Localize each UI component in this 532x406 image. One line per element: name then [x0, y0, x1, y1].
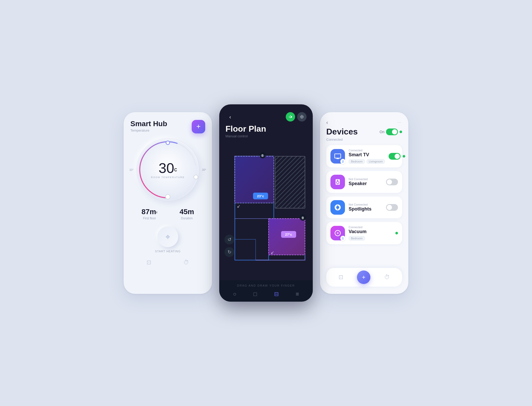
floor-plan-nav: ○ □ ⊟ ≡: [224, 291, 308, 297]
smart-hub-bottom-nav: ⊡ ⏱: [130, 256, 205, 266]
spotlights-toggle-area: [386, 204, 398, 211]
tv-icon: [334, 153, 341, 160]
svg-text:🗑: 🗑: [261, 154, 264, 157]
nav-circle-icon[interactable]: ○: [233, 291, 236, 297]
connected-label: Connected: [326, 138, 402, 141]
vacuum-info: Connected Vacuum Bedroom: [349, 226, 392, 241]
devices-nav-add[interactable]: +: [357, 270, 370, 284]
device-card-spotlights[interactable]: Not Connected Spotlights: [326, 197, 402, 218]
temp-value: 30: [158, 160, 174, 176]
svg-text:🗑: 🗑: [301, 216, 304, 220]
area-unit: ²: [156, 211, 157, 215]
vacuum-status: Connected: [349, 226, 392, 229]
stat-area: 87m² First floor: [142, 208, 157, 220]
vacuum-toggle-area: [395, 232, 398, 234]
vacuum-icon: [334, 229, 341, 237]
power-status-dot: [400, 131, 402, 133]
temp-marker-10: 10°: [129, 168, 134, 171]
svg-point-4: [165, 194, 170, 199]
floor-plan-canvas[interactable]: 🗑 23°c ↙ 🗑 27°c ↙: [219, 141, 313, 278]
smart-tv-name: Smart TV: [349, 152, 385, 158]
heat-control-button[interactable]: [286, 112, 295, 121]
smart-tv-icon-wrap: 2: [330, 149, 345, 164]
tag-livingroom: Livingroom: [367, 159, 385, 164]
main-power-toggle[interactable]: [386, 128, 398, 135]
stat-duration: 45m Duration: [179, 208, 194, 220]
smart-tv-status-dot: [403, 155, 405, 158]
nav-clock-icon[interactable]: ⏱: [183, 259, 189, 266]
temp-label: ROOM TEMPERATURE: [151, 176, 185, 179]
svg-rect-6: [275, 156, 305, 208]
svg-point-28: [337, 233, 338, 234]
thermostat[interactable]: 20° 10° 30°: [137, 139, 199, 201]
speaker-toggle-area: [386, 179, 398, 185]
svg-rect-25: [234, 156, 275, 156]
redo-button[interactable]: ↻: [224, 247, 234, 257]
devices-back-button[interactable]: ‹: [326, 119, 328, 125]
vacuum-badge: 1: [340, 236, 345, 241]
nav-grid-icon[interactable]: ⊟: [274, 291, 279, 297]
floor-plan-back-button[interactable]: ‹: [225, 112, 235, 121]
fingerprint-button[interactable]: ⌖: [157, 226, 178, 247]
spotlights-name: Spotlights: [349, 206, 382, 212]
speaker-info: Not Connected Speaker: [349, 178, 382, 186]
tag-bedroom-vacuum: Bedroom: [349, 236, 365, 241]
floor-plan-title-block: Floor Plan Manual control: [219, 124, 313, 138]
svg-point-3: [194, 175, 198, 179]
smart-hub-header: Smart Hub Temperature +: [130, 120, 205, 133]
floor-plan-controls: [286, 112, 307, 121]
undo-button[interactable]: ↺: [224, 235, 234, 245]
svg-text:23°c: 23°c: [257, 194, 264, 198]
vacuum-tags: Bedroom: [349, 236, 392, 241]
area-value: 87m: [142, 208, 156, 216]
tag-bedroom: Bedroom: [349, 159, 365, 164]
svg-text:27°c: 27°c: [285, 233, 292, 236]
duration-value: 45m: [179, 208, 194, 216]
svg-rect-24: [234, 156, 235, 204]
vacuum-status-dot: [395, 232, 398, 234]
speaker-name: Speaker: [349, 181, 382, 186]
devices-header: ‹ ⋯: [326, 119, 402, 125]
temp-unit: c: [174, 166, 177, 173]
smart-tv-toggle[interactable]: [389, 153, 401, 160]
spotlights-info: Not Connected Spotlights: [349, 203, 382, 212]
device-list: 2 Connected Smart TV Bedroom Livingroom: [326, 145, 402, 264]
floor-plan-bottom: DRAG AND DRAW YOUR FINGER ○ □ ⊟ ≡: [219, 280, 313, 302]
screens-container: Smart Hub Temperature + 20° 10° 30°: [124, 104, 408, 302]
nav-square-icon[interactable]: □: [254, 291, 257, 297]
add-button[interactable]: +: [192, 120, 205, 133]
device-card-smart-tv[interactable]: 2 Connected Smart TV Bedroom Livingroom: [326, 145, 402, 167]
nav-home-icon[interactable]: ⊡: [147, 259, 151, 266]
temp-marker-30: 30°: [202, 168, 206, 171]
nav-lines-icon[interactable]: ≡: [296, 291, 299, 297]
devices-nav-home[interactable]: ⊡: [338, 274, 343, 281]
cool-control-button[interactable]: [297, 112, 307, 121]
floor-plan-title: Floor Plan: [225, 124, 307, 134]
vacuum-icon-wrap: 1: [330, 226, 345, 240]
screen-devices: ‹ ⋯ Devices On Connected 2 Connected: [320, 112, 408, 294]
devices-menu-icon[interactable]: ⋯: [397, 120, 402, 125]
thermostat-display: 30c ROOM TEMPERATURE: [151, 161, 185, 179]
device-card-speaker[interactable]: Not Connected Speaker: [326, 171, 402, 193]
speaker-status: Not Connected: [349, 178, 382, 181]
thermostat-circle: 30c ROOM TEMPERATURE: [137, 139, 199, 201]
fingerprint-icon: ⌖: [165, 232, 170, 242]
speaker-icon: [334, 178, 341, 186]
vacuum-name: Vacuum: [349, 229, 392, 234]
device-card-vacuum[interactable]: 1 Connected Vacuum Bedroom: [326, 222, 402, 244]
devices-nav-clock[interactable]: ⏱: [384, 274, 390, 281]
speaker-icon-wrap: [330, 175, 345, 189]
floor-action-buttons: ↺ ↻: [224, 235, 234, 257]
spotlight-icon: [334, 204, 341, 211]
smart-hub-title-block: Smart Hub Temperature: [130, 120, 167, 132]
svg-text:↙: ↙: [237, 204, 240, 208]
screen-smart-hub: Smart Hub Temperature + 20° 10° 30°: [124, 112, 212, 294]
plus-icon: +: [196, 123, 201, 130]
area-label: First floor: [142, 216, 157, 220]
floor-plan-header: ‹: [219, 104, 313, 124]
spotlights-toggle[interactable]: [386, 204, 398, 211]
svg-point-2: [166, 141, 170, 145]
start-heating-label: START HEATING: [155, 250, 181, 253]
smart-hub-title: Smart Hub: [130, 120, 167, 128]
speaker-toggle[interactable]: [386, 179, 398, 185]
